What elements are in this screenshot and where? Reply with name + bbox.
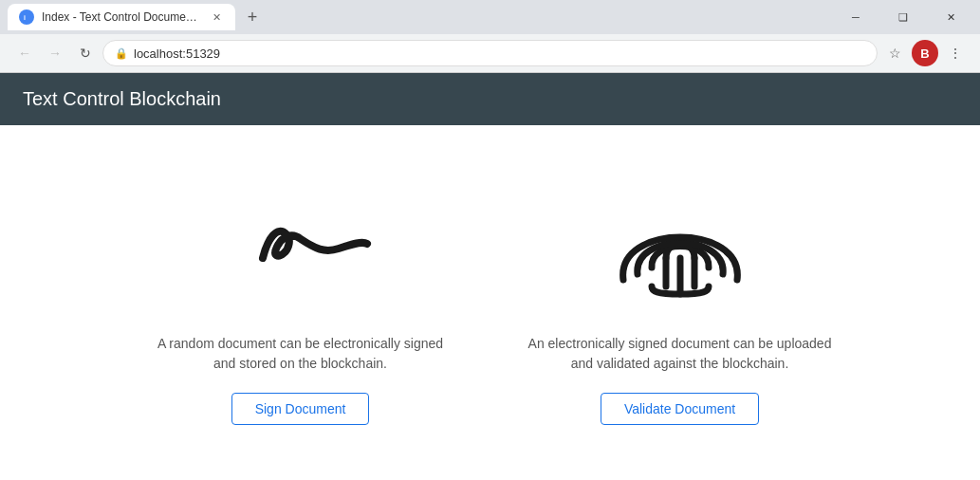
sign-document-card: A random document can be electronically … bbox=[149, 163, 453, 425]
app-title: Text Control Blockchain bbox=[23, 88, 221, 109]
sign-document-icon bbox=[215, 163, 386, 315]
window-controls: ─ ❑ ✕ bbox=[834, 4, 972, 30]
nav-bar: ← → ↻ 🔒 localhost:51329 ☆ B ⋮ bbox=[0, 34, 980, 72]
validate-document-description: An electronically signed document can be… bbox=[528, 334, 832, 374]
more-button[interactable]: ⋮ bbox=[942, 40, 969, 66]
tab-close-button[interactable]: ✕ bbox=[209, 9, 224, 25]
sign-document-button[interactable]: Sign Document bbox=[231, 393, 370, 425]
app-header: Text Control Blockchain bbox=[0, 73, 980, 125]
forward-button[interactable]: → bbox=[42, 40, 68, 66]
validate-document-button[interactable]: Validate Document bbox=[601, 393, 759, 425]
tab-favicon: i bbox=[19, 9, 34, 25]
close-button[interactable]: ✕ bbox=[929, 4, 972, 30]
browser-chrome: i Index - Text Control Document V ✕ + ─ … bbox=[0, 0, 980, 73]
minimize-button[interactable]: ─ bbox=[834, 4, 878, 30]
validate-document-icon bbox=[595, 163, 766, 315]
star-button[interactable]: ☆ bbox=[881, 40, 908, 66]
app-content: A random document can be electronically … bbox=[0, 125, 980, 480]
back-button[interactable]: ← bbox=[11, 40, 38, 66]
title-bar: i Index - Text Control Document V ✕ + ─ … bbox=[0, 0, 980, 34]
sign-document-description: A random document can be electronically … bbox=[149, 334, 453, 374]
browser-tab[interactable]: i Index - Text Control Document V ✕ bbox=[8, 4, 235, 30]
address-text: localhost:51329 bbox=[134, 46, 865, 61]
validate-document-card: An electronically signed document can be… bbox=[528, 163, 832, 425]
refresh-button[interactable]: ↻ bbox=[72, 40, 99, 66]
svg-text:i: i bbox=[24, 14, 26, 21]
profile-button[interactable]: B bbox=[912, 40, 938, 66]
address-bar[interactable]: 🔒 localhost:51329 bbox=[102, 40, 878, 66]
nav-right-controls: ☆ B ⋮ bbox=[881, 40, 969, 66]
lock-icon: 🔒 bbox=[115, 47, 128, 60]
tab-title: Index - Text Control Document V bbox=[42, 10, 201, 24]
maximize-button[interactable]: ❑ bbox=[881, 4, 925, 30]
new-tab-button[interactable]: + bbox=[239, 4, 266, 30]
